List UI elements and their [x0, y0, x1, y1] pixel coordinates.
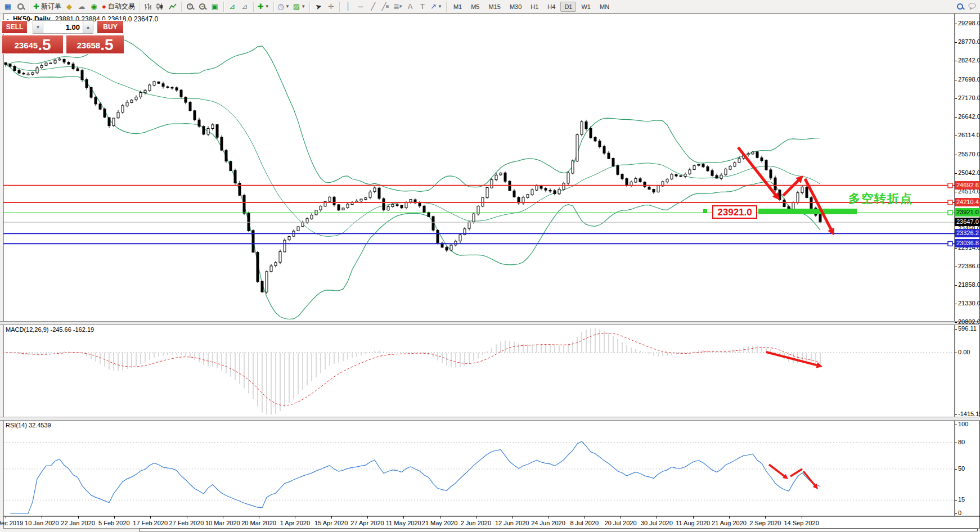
zoom-out-button[interactable]: − — [196, 1, 209, 12]
candle-body — [117, 112, 119, 118]
trendline-icon: ╱ — [371, 3, 375, 10]
indicators-button[interactable]: ✚▼ — [256, 1, 271, 12]
chat-button[interactable] — [966, 1, 978, 12]
text-label-icon: T — [420, 3, 425, 10]
band-left-handle[interactable] — [703, 209, 707, 213]
arrows-dropdown[interactable]: ↗▼ — [429, 1, 444, 12]
pivot-annotation-text[interactable]: 多空转折点 — [848, 191, 913, 206]
market-button[interactable]: ☁ — [75, 1, 88, 12]
auto-trading-button[interactable]: ● 自动交易 — [100, 1, 137, 12]
trendline-button[interactable]: ╱ — [367, 1, 379, 12]
indicators-icon: ✚ — [258, 3, 264, 10]
line-right-handle[interactable] — [948, 183, 952, 188]
metaeditor-button[interactable]: ◆ — [63, 1, 75, 12]
timeframe-w1[interactable]: W1 — [577, 2, 595, 12]
auto-scroll-button[interactable]: ⊿ — [226, 1, 239, 12]
trend-arrow[interactable] — [783, 179, 800, 196]
candle-body — [9, 65, 11, 66]
timeframe-h1[interactable]: H1 — [527, 2, 542, 12]
price-tick-label: 25042.0 — [958, 169, 980, 177]
candlestick-chart-icon — [156, 3, 164, 11]
timeframe-h4[interactable]: H4 — [543, 2, 559, 12]
date-label: 14 Sep 2020 — [784, 520, 819, 526]
trend-arrow-head[interactable] — [795, 175, 803, 183]
timeframe-m30[interactable]: M30 — [506, 2, 525, 12]
chart-shift-button[interactable]: ⊿ — [239, 1, 251, 12]
trend-arrow-head[interactable] — [813, 484, 818, 489]
toolbar-separator — [253, 2, 254, 12]
timeframe-m1[interactable]: M1 — [449, 2, 466, 12]
periods-dropdown[interactable]: ◷▼ — [276, 1, 291, 12]
macd-panel-splitter[interactable] — [0, 321, 980, 325]
line-right-handle[interactable] — [948, 210, 952, 215]
candle-body — [95, 97, 97, 104]
date-label: 10 Mar 2020 — [205, 520, 240, 526]
equidistant-channel-button[interactable]: ╱E — [379, 1, 392, 12]
chart-canvas[interactable] — [0, 0, 980, 532]
search-button[interactable] — [954, 1, 966, 12]
sell-price[interactable]: 23645.5 — [2, 35, 64, 54]
bollinger-upper-band — [6, 38, 820, 191]
pivot-highlight-band[interactable] — [758, 209, 857, 214]
date-label: 20 Jul 2020 — [605, 520, 637, 526]
templates-dropdown[interactable]: ▨▼ — [291, 1, 307, 12]
signals-button[interactable]: ◉ — [88, 1, 100, 12]
trend-arrow-head[interactable] — [772, 192, 780, 200]
buy-button[interactable]: BUY — [97, 20, 124, 34]
new-chart-button[interactable]: ▦ — [2, 1, 14, 12]
rsi-panel-splitter[interactable] — [0, 417, 980, 421]
dropdown-arrow-icon: ▼ — [285, 4, 290, 9]
trend-arrow[interactable] — [790, 469, 802, 476]
date-label: 12 Jun 2020 — [495, 520, 529, 526]
buy-price[interactable]: 23658.5 — [66, 35, 124, 54]
candle-body — [401, 205, 403, 208]
zoom-in-button[interactable]: + — [184, 1, 196, 12]
vertical-line-button[interactable]: │ — [342, 1, 354, 12]
candle-body — [126, 102, 128, 106]
timeframe-d1[interactable]: D1 — [560, 2, 576, 12]
date-tick-mark — [187, 516, 187, 519]
profiles-button[interactable] — [14, 1, 26, 12]
fibonacci-button[interactable]: ≣F — [392, 1, 404, 12]
candle-body — [279, 251, 281, 262]
sell-button[interactable]: SELL — [2, 20, 28, 34]
trend-arrow-head[interactable] — [828, 227, 834, 236]
candle-body — [572, 161, 574, 173]
candle-body — [810, 197, 812, 208]
text-button[interactable]: A — [404, 1, 416, 12]
trend-arrow[interactable] — [805, 179, 832, 232]
line-right-handle[interactable] — [948, 241, 952, 246]
toolbar-separator — [139, 2, 140, 12]
horizontal-line-button[interactable]: ─ — [354, 1, 367, 12]
price-level-label: 24210.4 — [955, 198, 980, 206]
price-tick-mark — [955, 248, 957, 249]
candle-body — [702, 164, 704, 167]
pivot-price-callout[interactable]: 23921.0 — [712, 205, 757, 219]
bar-chart-button[interactable] — [142, 1, 154, 12]
candle-body — [815, 208, 817, 215]
trend-arrow[interactable] — [738, 147, 777, 197]
timeframe-mn[interactable]: MN — [596, 2, 613, 12]
line-chart-button[interactable] — [167, 1, 179, 12]
candle-body — [423, 206, 425, 213]
volume-value[interactable]: 1.00 — [43, 20, 83, 34]
timeframe-m5[interactable]: M5 — [467, 2, 483, 12]
line-right-handle[interactable] — [948, 200, 952, 205]
rsi-axis-label: 0 — [958, 510, 980, 517]
trend-arrow[interactable] — [803, 471, 816, 487]
candle-body — [162, 84, 164, 87]
cursor-button[interactable]: ➤ — [312, 1, 325, 12]
new-order-button[interactable]: ✚ 新订单 — [32, 1, 63, 12]
tile-windows-button[interactable]: ▣ — [209, 1, 221, 12]
volume-increase-button[interactable]: ▲ — [83, 20, 93, 34]
volume-decrease-button[interactable]: ▼ — [33, 20, 43, 34]
crosshair-button[interactable]: ✛ — [325, 1, 337, 12]
trend-arrow[interactable] — [769, 465, 786, 477]
chart-scrollbar-thumb[interactable] — [139, 529, 978, 531]
timeframe-m15[interactable]: M15 — [484, 2, 504, 12]
trend-arrow-head[interactable] — [783, 474, 788, 479]
trend-arrow-head[interactable] — [816, 362, 822, 368]
candlestick-chart-button[interactable] — [154, 1, 167, 12]
text-label-button[interactable]: T — [416, 1, 429, 12]
trend-arrow[interactable] — [766, 352, 819, 366]
